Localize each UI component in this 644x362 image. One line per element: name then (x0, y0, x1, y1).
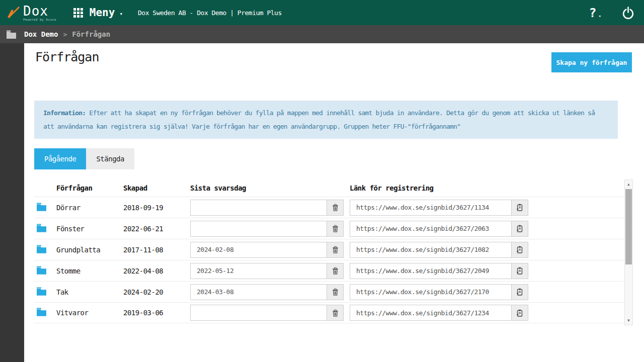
column-header-created: Skapad (123, 184, 190, 192)
breadcrumb-root-link[interactable]: Dox Demo (24, 30, 58, 38)
registration-link-input[interactable] (350, 200, 512, 216)
delete-deadline-button[interactable] (327, 221, 344, 237)
inquiry-name: Stomme (56, 267, 123, 275)
delete-deadline-button[interactable] (327, 263, 344, 279)
created-date: 2018-09-19 (123, 204, 190, 212)
column-header-name: Förfrågan (56, 184, 123, 192)
created-date: 2022-04-08 (123, 267, 190, 275)
trash-icon (332, 204, 339, 211)
created-date: 2017-11-08 (123, 246, 190, 254)
trash-icon (332, 267, 339, 275)
top-app-bar: Dox Powered by Acuvo Meny ▾ Dox Sweden A… (0, 0, 644, 25)
copy-link-button[interactable] (511, 221, 528, 237)
apps-grid-icon[interactable] (73, 8, 83, 18)
menu-button[interactable]: Meny (90, 7, 115, 19)
copy-link-button[interactable] (511, 263, 528, 279)
left-side-strip (0, 43, 24, 362)
menu-caret-icon[interactable]: ▾ (119, 11, 123, 17)
inquiry-table: Förfrågan Skapad Sista svarsdag Länk för… (34, 179, 633, 325)
deadline-input[interactable] (190, 221, 327, 237)
inquiry-name: Fönster (56, 225, 123, 233)
folder-icon[interactable] (36, 266, 47, 276)
clipboard-copy-icon (516, 267, 523, 275)
logout-power-icon[interactable] (621, 6, 635, 20)
inquiry-name: Tak (56, 288, 123, 296)
deadline-input[interactable] (190, 263, 327, 279)
created-date: 2022-06-21 (123, 225, 190, 233)
table-row: Fönster 2022-06-21 (34, 218, 633, 239)
table-row: Tak 2024-02-20 (34, 281, 633, 302)
deadline-input[interactable] (190, 284, 327, 300)
information-label: Information: (43, 109, 86, 117)
copy-link-button[interactable] (511, 200, 528, 216)
registration-link-input[interactable] (350, 305, 512, 321)
logo-tagline: Powered by Acuvo (23, 18, 56, 21)
table-header-row: Förfrågan Skapad Sista svarsdag Länk för… (34, 179, 633, 197)
registration-link-input[interactable] (350, 263, 512, 279)
information-text: Efter att ha skapat en ny förfrågan behö… (43, 109, 595, 130)
folder-icon[interactable] (36, 308, 47, 318)
help-button[interactable]: ? (589, 6, 597, 20)
table-row: Stomme 2022-04-08 (34, 260, 633, 281)
trash-icon (332, 288, 339, 296)
inquiry-name: Vitvaror (56, 309, 123, 317)
trash-icon (332, 225, 339, 232)
inquiry-name: Dörrar (56, 204, 123, 212)
delete-deadline-button[interactable] (327, 305, 344, 321)
table-row: Vitvaror 2019-03-06 (34, 302, 633, 323)
workspace-label: Dox Sweden AB - Dox Demo | Premium Plus (138, 9, 282, 17)
help-caret-icon[interactable]: ▾ (599, 14, 601, 19)
page-title: Förfrågan (35, 50, 99, 64)
dox-logo-icon (7, 5, 21, 20)
delete-deadline-button[interactable] (327, 284, 344, 300)
copy-link-button[interactable] (511, 284, 528, 300)
scrollbar-down-icon[interactable]: ▼ (625, 317, 632, 324)
clipboard-copy-icon (516, 225, 523, 232)
folder-icon[interactable] (36, 287, 47, 297)
copy-link-button[interactable] (511, 305, 528, 321)
delete-deadline-button[interactable] (327, 200, 344, 216)
trash-icon (332, 246, 339, 253)
deadline-input[interactable] (190, 305, 327, 321)
information-box: Information: Efter att ha skapat en ny f… (34, 101, 618, 139)
table-scrollbar[interactable]: ▲ ▼ (624, 179, 633, 325)
breadcrumb-folder-icon[interactable] (6, 30, 17, 39)
deadline-input[interactable] (190, 200, 327, 216)
registration-link-input[interactable] (350, 284, 512, 300)
main-content: Förfrågan Skapa ny förfrågan Information… (24, 43, 644, 362)
breadcrumb-separator: > (63, 31, 67, 38)
logo-text: Dox (23, 5, 56, 18)
clipboard-copy-icon (516, 309, 523, 317)
created-date: 2019-03-06 (123, 309, 190, 317)
deadline-input[interactable] (190, 242, 327, 258)
inquiry-name: Grundplatta (56, 246, 123, 254)
app-body: Förfrågan Skapa ny förfrågan Information… (0, 43, 644, 362)
scrollbar-up-icon[interactable]: ▲ (625, 180, 632, 188)
folder-icon[interactable] (36, 245, 47, 255)
clipboard-copy-icon (516, 204, 523, 211)
table-body: Dörrar 2018-09-19 (34, 197, 633, 323)
created-date: 2024-02-20 (123, 288, 190, 296)
status-tabs: Pågående Stängda (34, 148, 134, 169)
clipboard-copy-icon (516, 246, 523, 253)
registration-link-input[interactable] (350, 221, 512, 237)
table-row: Dörrar 2018-09-19 (34, 197, 633, 218)
create-inquiry-button[interactable]: Skapa ny förfrågan (551, 52, 632, 72)
folder-icon[interactable] (36, 224, 47, 234)
scrollbar-thumb[interactable] (625, 189, 632, 264)
registration-link-input[interactable] (350, 242, 512, 258)
dox-logo[interactable]: Dox Powered by Acuvo (7, 5, 56, 21)
breadcrumb-current-page: Förfrågan (72, 30, 110, 38)
table-row: Grundplatta 2017-11-08 (34, 239, 633, 260)
delete-deadline-button[interactable] (327, 242, 344, 258)
clipboard-copy-icon (516, 288, 523, 296)
copy-link-button[interactable] (511, 242, 528, 258)
tab-ongoing[interactable]: Pågående (34, 148, 86, 169)
tab-closed[interactable]: Stängda (86, 148, 134, 169)
trash-icon (332, 309, 339, 317)
breadcrumb: Dox Demo > Förfrågan (0, 25, 644, 43)
column-header-link: Länk för registrering (350, 184, 531, 192)
folder-icon[interactable] (36, 203, 47, 213)
column-header-deadline: Sista svarsdag (190, 184, 350, 192)
